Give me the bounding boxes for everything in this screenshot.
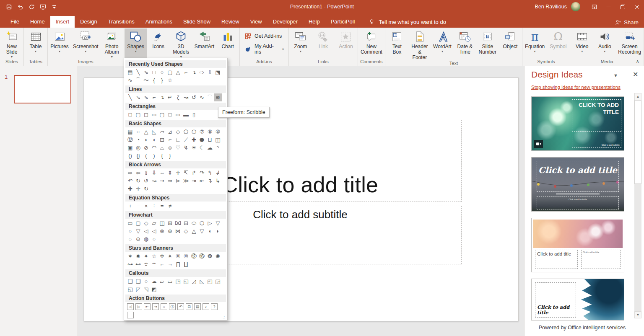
tab-animations[interactable]: Animations: [140, 16, 178, 28]
new-comment-button[interactable]: New Comment: [358, 28, 384, 59]
shape-action-buttons-7[interactable]: ↶: [177, 303, 184, 310]
shape-block-arrows-20[interactable]: ≫: [182, 177, 190, 185]
tab-view[interactable]: View: [245, 16, 267, 28]
design-idea-thumbnail-1[interactable]: CLICK TO ADD TITLE Click to add subtitle: [531, 96, 624, 151]
shape-flowchart-1[interactable]: ▭: [126, 219, 134, 227]
get-add-ins-button[interactable]: Get Add-ins: [244, 32, 282, 39]
shape-flowchart-10[interactable]: ⬡: [198, 219, 206, 227]
shape-basic-shapes-30[interactable]: ☺: [166, 144, 174, 152]
shape-action-buttons-9[interactable]: ▤: [194, 303, 201, 310]
shape-recently-used-shapes-10[interactable]: ⇨: [198, 68, 206, 76]
shape-callouts-12[interactable]: ◲: [214, 277, 222, 285]
shape-block-arrows-27[interactable]: ↻: [142, 185, 150, 193]
shape-flowchart-19[interactable]: ⋈: [174, 227, 182, 235]
shape-basic-shapes-11[interactable]: ⑧: [206, 128, 214, 136]
shape-lines-10[interactable]: ∿: [198, 93, 206, 101]
shape-rectangles-1[interactable]: □: [126, 111, 134, 119]
shape-flowchart-13[interactable]: ○: [126, 227, 134, 235]
object-button[interactable]: Object: [499, 28, 522, 60]
shape-lines-8[interactable]: ↝: [182, 93, 190, 101]
shape-basic-shapes-8[interactable]: ⬠: [182, 128, 190, 136]
shape-flowchart-26[interactable]: ⊖: [134, 235, 142, 243]
shape-basic-shapes-12[interactable]: ⑩: [214, 128, 222, 136]
screen-recording-button[interactable]: Screen Recording: [616, 28, 643, 59]
shape-basic-shapes-41[interactable]: {: [158, 152, 166, 160]
shape-block-arrows-24[interactable]: ↳: [214, 177, 222, 185]
shape-stars-and-banners-4[interactable]: ☆: [150, 252, 158, 260]
tab-review[interactable]: Review: [216, 16, 245, 28]
shape-basic-shapes-17[interactable]: ⊡: [158, 136, 166, 144]
shape-lines-3[interactable]: ⇘: [142, 93, 150, 101]
shape-flowchart-15[interactable]: ◁: [142, 227, 150, 235]
resize-grip[interactable]: .:: [223, 315, 643, 336]
shape-basic-shapes-42[interactable]: }: [166, 152, 174, 160]
customize-qat-icon[interactable]: [51, 3, 57, 10]
shape-basic-shapes-37[interactable]: (): [126, 152, 134, 160]
text-box-button[interactable]: Text Box: [386, 28, 408, 60]
stop-showing-ideas-link[interactable]: Stop showing ideas for new presentations: [531, 85, 621, 90]
shape-stars-and-banners-8[interactable]: ⑩: [182, 252, 190, 260]
shape-lines-7[interactable]: ζ: [174, 93, 182, 101]
shape-stars-and-banners-12[interactable]: ✺: [214, 252, 222, 260]
shape-basic-shapes-5[interactable]: ▱: [158, 128, 166, 136]
tell-me-box[interactable]: Tell me what you want to do: [369, 16, 446, 28]
shape-callouts-11[interactable]: ◰: [206, 277, 214, 285]
shape-rectangles-6[interactable]: □: [166, 111, 174, 119]
table-button[interactable]: Table▾: [24, 28, 47, 59]
share-button[interactable]: Share: [615, 19, 639, 26]
shape-recently-used-shapes-8[interactable]: ⌐: [182, 68, 190, 76]
shape-flowchart-11[interactable]: ▷: [206, 219, 214, 227]
shape-action-buttons-4[interactable]: ⇥: [152, 303, 159, 310]
shape-recently-used-shapes-5[interactable]: ○: [158, 68, 166, 76]
shape-stars-and-banners-5[interactable]: ✡: [158, 252, 166, 260]
shape-callouts-8[interactable]: ◱: [182, 277, 190, 285]
shape-basic-shapes-25[interactable]: ▣: [126, 144, 134, 152]
shape-block-arrows-14[interactable]: ↻: [134, 177, 142, 185]
design-idea-thumbnail-3[interactable]: Click to add title Click to add subtitle: [531, 218, 624, 272]
shape-rectangles-3[interactable]: ◻: [142, 111, 150, 119]
panel-options-caret-icon[interactable]: ▼: [613, 73, 618, 78]
shape-basic-shapes-6[interactable]: ⊿: [166, 128, 174, 136]
shape-recently-used-shapes-12[interactable]: ⬔: [214, 68, 222, 76]
tab-participoll[interactable]: ParticiPoll: [325, 16, 361, 28]
shape-block-arrows-25[interactable]: ✚: [126, 185, 134, 193]
shape-flowchart-8[interactable]: ⊟: [182, 219, 190, 227]
collapse-ribbon-icon[interactable]: ∧: [636, 59, 639, 65]
shape-lines-4[interactable]: ⌐: [150, 93, 158, 101]
shape-callouts-7[interactable]: ◳: [174, 277, 182, 285]
shape-block-arrows-10[interactable]: ↷: [198, 169, 206, 177]
shape-flowchart-17[interactable]: ⊗: [158, 227, 166, 235]
shape-basic-shapes-27[interactable]: ⊘: [142, 144, 150, 152]
shape-stars-and-banners-9[interactable]: ⑫: [190, 252, 198, 260]
shape-flowchart-25[interactable]: ◌: [126, 235, 134, 243]
shape-equation-shapes-2[interactable]: −: [134, 202, 142, 210]
shape-action-buttons-12[interactable]: [127, 312, 134, 318]
shape-block-arrows-26[interactable]: ✛: [134, 185, 142, 193]
shape-basic-shapes-32[interactable]: ↯: [182, 144, 190, 152]
shape-stars-and-banners-13[interactable]: ⊶: [126, 260, 134, 268]
shapes-button[interactable]: Shapes▾: [125, 28, 147, 59]
shape-stars-and-banners-19[interactable]: ∏: [174, 260, 182, 268]
shape-block-arrows-1[interactable]: ⇨: [126, 169, 134, 177]
shape-recently-used-shapes-4[interactable]: □: [150, 68, 158, 76]
shape-block-arrows-4[interactable]: ⇩: [150, 169, 158, 177]
restore-icon[interactable]: [615, 0, 630, 13]
shape-action-buttons-6[interactable]: ⓘ: [169, 303, 176, 310]
header-footer-button[interactable]: Header & Footer: [408, 28, 431, 60]
shape-callouts-9[interactable]: ◿: [190, 277, 198, 285]
design-idea-thumbnail-2[interactable]: Click to add title Click to add subtitle: [531, 157, 624, 212]
shape-action-buttons-8[interactable]: ⊡: [186, 303, 192, 310]
shape-stars-and-banners-17[interactable]: ⌐: [158, 260, 166, 268]
tab-slide-show[interactable]: Slide Show: [178, 16, 216, 28]
shape-callouts-5[interactable]: ▱: [158, 277, 166, 285]
shape-block-arrows-22[interactable]: ⇤: [198, 177, 206, 185]
shape-block-arrows-12[interactable]: ↲: [214, 169, 222, 177]
shape-flowchart-23[interactable]: ◖: [206, 227, 214, 235]
shape-basic-shapes-40[interactable]: ): [150, 152, 158, 160]
shape-flowchart-12[interactable]: ▽: [214, 219, 222, 227]
shape-lines-2[interactable]: ↘: [134, 93, 142, 101]
shape-recently-used-shapes-14[interactable]: ⌒: [134, 76, 142, 84]
shape-block-arrows-9[interactable]: ↱: [190, 169, 198, 177]
shape-basic-shapes-15[interactable]: ◗: [142, 136, 150, 144]
icons-button[interactable]: Icons: [147, 28, 170, 59]
